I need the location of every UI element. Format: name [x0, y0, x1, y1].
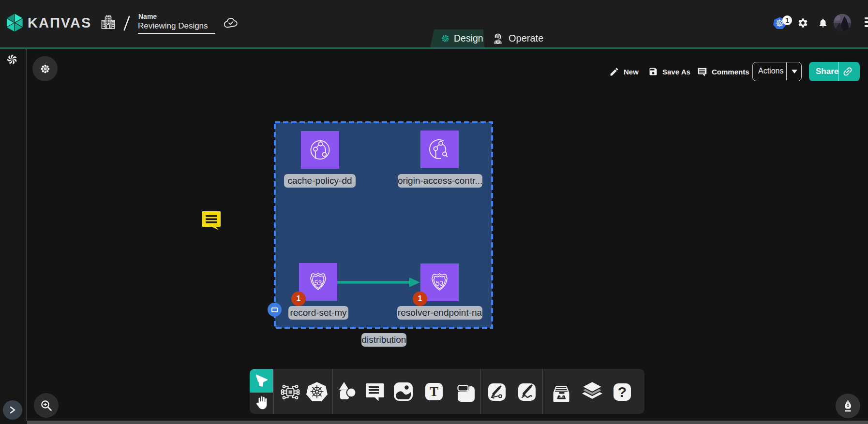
svg-text:?: ?	[618, 384, 627, 400]
svg-text:53: 53	[436, 279, 444, 287]
svg-text:T: T	[430, 384, 438, 399]
svg-text:53: 53	[314, 279, 322, 287]
